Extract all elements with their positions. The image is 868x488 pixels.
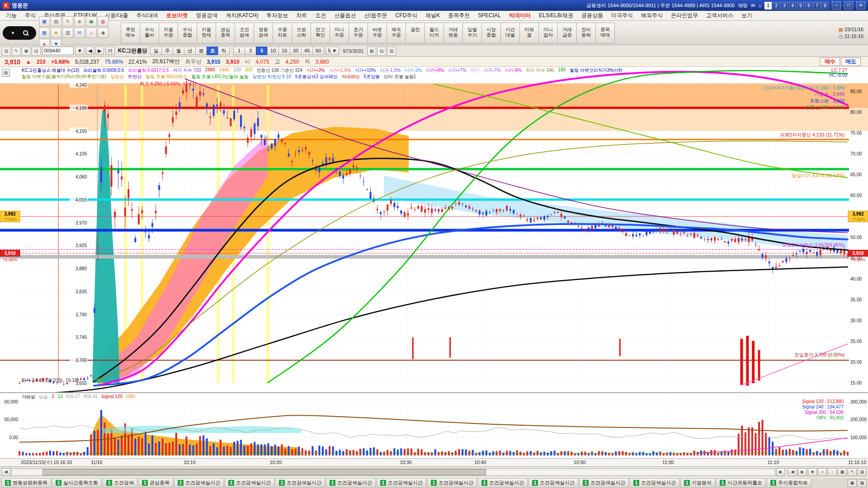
menu-item-선물옵션[interactable]: 선물옵션 — [330, 11, 360, 20]
expand-icon[interactable]: ▧ — [387, 47, 396, 56]
taskbar-item-조건검색실시간[interactable]: 1조건검색실시간 — [377, 478, 426, 488]
period-button-분[interactable]: 분 — [195, 47, 207, 55]
menu-item-주식[interactable]: 주식 — [21, 11, 40, 20]
main-chart[interactable]: 4,2404,1954,1504,1054,0604,0153,9703,925… — [0, 67, 868, 392]
toolbar-button-호가주문[interactable]: 호가 주문 — [349, 23, 368, 43]
taskbar-item-조건검색실시간[interactable]: 1조건검색실시간 — [478, 478, 528, 488]
menu-item-캐치(KATCH)[interactable]: 캐치(KATCH) — [222, 11, 262, 20]
order-button-매도[interactable]: 매도 — [841, 57, 861, 66]
taskbar-item-기업분석[interactable]: 1기업분석 — [680, 478, 715, 488]
interval-button-5[interactable]: 5 — [256, 47, 268, 55]
menu-item-온라인업무[interactable]: 온라인업무 — [667, 11, 702, 20]
menu-item-선/옵주문[interactable]: 선/옵주문 — [360, 11, 391, 20]
close-button[interactable]: ✕ — [856, 1, 865, 9]
interval-button-45[interactable]: 45 — [301, 47, 313, 55]
prev-stock-button[interactable]: ◀ — [86, 47, 94, 55]
screen-number-5[interactable]: 5 — [797, 2, 804, 9]
menu-item-보기[interactable]: 보기 — [737, 11, 756, 20]
menu-item-빅데이터[interactable]: 빅데이터 — [505, 11, 535, 20]
toolbar-button-조건검색[interactable]: 조건 검색 — [235, 23, 254, 43]
chart-type-icon[interactable]: ▥ — [2, 47, 11, 56]
taskbar-item-실시간종목조회[interactable]: 1실시간종목조회 — [52, 478, 102, 488]
toolbar-button-오픈스탁[interactable]: 오픈 스탁 — [292, 23, 311, 43]
toolbar-button-주식종합[interactable]: 주식 종합 — [178, 23, 197, 43]
screen-number-3[interactable]: 3 — [781, 2, 788, 9]
menu-item-조건[interactable]: 조건 — [311, 11, 330, 20]
zoom-out-icon[interactable]: － — [828, 468, 837, 476]
toolbar-button-미체결[interactable]: 미체 결 — [519, 23, 539, 43]
period-button-년[interactable]: 년 — [184, 47, 196, 55]
print-chart-icon[interactable]: ▤ — [377, 47, 386, 56]
toolbar-button-일별주가[interactable]: 일별 주가 — [462, 23, 482, 43]
period-button-일[interactable]: 일 — [150, 47, 162, 55]
toolbar-button-키움현재[interactable]: 키움 현재 — [197, 23, 216, 43]
menu-item-해외주식[interactable]: 해외주식 — [637, 11, 667, 20]
toolbar-button-키움주문[interactable]: 키움 주문 — [159, 23, 178, 43]
period-button-주[interactable]: 주 — [161, 47, 173, 55]
grid-icon[interactable]: ▦ — [39, 28, 50, 38]
capture-icon[interactable]: ▦ — [367, 47, 376, 56]
home-icon[interactable]: ⌂ — [758, 3, 761, 8]
screen-number-4[interactable]: 4 — [789, 2, 796, 9]
toolbar-button-미니주문[interactable]: 미니 주문 — [330, 23, 349, 43]
taskbar-item-조건검색실시간[interactable]: 1조건검색실시간 — [225, 478, 274, 488]
favorite-icon[interactable]: ★ — [51, 28, 61, 38]
taskbar-item-조건검색실시간[interactable]: 1조건검색실시간 — [174, 478, 224, 488]
chat-button[interactable]: 채팅 — [738, 2, 748, 9]
order-button-매수[interactable]: 매수 — [820, 57, 840, 66]
zoom-in-icon[interactable]: ＋ — [818, 468, 827, 476]
toolbar-button-시간대별[interactable]: 시간 대별 — [500, 23, 520, 43]
quick-search[interactable]: ▼ — [3, 26, 36, 40]
chart-scrollbar[interactable] — [11, 469, 775, 476]
taskbar-item-조건검색실시간[interactable]: 1조건검색실시간 — [630, 478, 679, 488]
show-desktop-icon[interactable]: ▦ — [858, 479, 867, 487]
menu-item-고객서비스[interactable]: 고객서비스 — [702, 11, 737, 20]
taskbar-item-주식종합차트[interactable]: 1주식종합차트 — [767, 478, 811, 488]
draw-tool-icon[interactable]: ✎ — [12, 47, 21, 56]
toolbar-button-쾌속주문[interactable]: 쾌속 주문 — [387, 23, 406, 43]
interval-button-1[interactable]: 1 — [233, 47, 245, 55]
interval-button-30[interactable]: 30 — [290, 47, 302, 55]
refresh-icon[interactable]: ◉ — [86, 16, 97, 27]
print-icon[interactable]: ▤ — [51, 16, 61, 27]
interval-button-3[interactable]: 3 — [245, 47, 256, 55]
scroll-left-button[interactable]: ◀ — [1, 468, 10, 476]
chart-menu-icon[interactable]: ▦ — [2, 69, 10, 77]
toolbar-button-거래변동[interactable]: 거래 변동 — [443, 23, 463, 43]
taskbar-item-시간외등락률순[interactable]: 1시간외등락률순 — [716, 478, 766, 488]
toolbar-button-종목매매[interactable]: 종목 매매 — [595, 23, 615, 43]
maximize-button[interactable]: □ — [844, 1, 853, 9]
market-type-button[interactable]: 거 — [105, 47, 115, 55]
annotate-icon[interactable]: ✎ — [848, 468, 857, 476]
menu-item-로보마켓[interactable]: 로보마켓 — [162, 11, 192, 20]
save-icon[interactable]: ▣ — [39, 16, 50, 27]
grid-toggle-icon[interactable]: ▦ — [838, 468, 847, 476]
mail-icon[interactable]: ✉ — [751, 3, 755, 9]
menu-item-기능[interactable]: 기능 — [2, 11, 21, 20]
taskbar-item-조건검색실시간[interactable]: 1조건검색실시간 — [326, 478, 376, 488]
alert-icon[interactable]: ◍ — [98, 16, 108, 27]
menu-item-금융상품[interactable]: 금융상품 — [577, 11, 607, 20]
toolbar-button-관심종목[interactable]: 관심 종목 — [216, 23, 235, 43]
mail-icon[interactable]: ✉ — [74, 28, 85, 38]
menu-item-채널K[interactable]: 채널K — [421, 11, 444, 20]
taskbar-item-조건검색실시간[interactable]: 1조건검색실시간 — [579, 478, 629, 488]
taskbar-item-조건검색실시간[interactable]: 1조건검색실시간 — [528, 478, 578, 488]
chart-settings-icon[interactable]: ▤ — [858, 468, 867, 476]
go-last-icon[interactable]: ▶ — [798, 468, 807, 476]
menu-item-종목추천[interactable]: 종목추천 — [444, 11, 474, 20]
toolbar-button-전비등락[interactable]: 전비 등락 — [576, 23, 596, 43]
interval-button-60[interactable]: 60 — [312, 47, 324, 55]
taskbar-item-조건검색실시간[interactable]: 1조건검색실시간 — [275, 478, 325, 488]
menu-item-영웅검색[interactable]: 영웅검색 — [192, 11, 222, 20]
pause-icon[interactable]: ■ — [808, 468, 817, 476]
edit-icon[interactable]: ✎ — [62, 16, 73, 27]
toolbar-button-거래급증[interactable]: 거래 급증 — [557, 23, 577, 43]
menu-item-차트[interactable]: 차트 — [292, 11, 311, 20]
screen-number-1[interactable]: 1 — [764, 2, 772, 9]
taskbar-item-변동성완화종목[interactable]: 1변동성완화종목 — [1, 478, 51, 488]
screen-number-8[interactable]: 8 — [821, 2, 829, 9]
scrollbar-thumb[interactable] — [42, 469, 486, 475]
toolbar-button-결친[interactable]: 결친 — [406, 23, 425, 43]
period-button-틱[interactable]: 틱 — [218, 47, 230, 55]
